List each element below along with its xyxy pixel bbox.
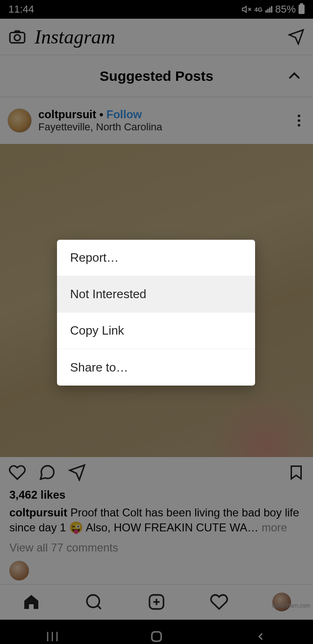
context-menu: Report… Not Interested Copy Link Share t… <box>57 240 255 386</box>
menu-not-interested[interactable]: Not Interested <box>57 276 255 313</box>
menu-report[interactable]: Report… <box>57 240 255 276</box>
menu-copy-link[interactable]: Copy Link <box>57 313 255 349</box>
menu-share-to[interactable]: Share to… <box>57 349 255 386</box>
